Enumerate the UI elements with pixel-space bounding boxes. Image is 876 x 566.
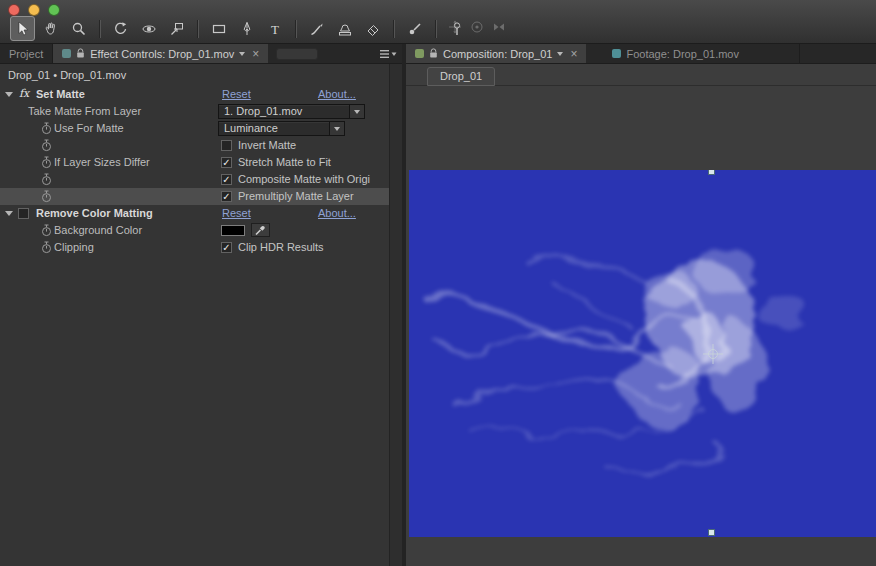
reset-link[interactable]: Reset	[222, 88, 251, 100]
chevron-down-icon	[334, 127, 340, 131]
close-window-button[interactable]	[8, 4, 20, 16]
minimize-window-button[interactable]	[28, 4, 40, 16]
checkbox-label: Stretch Matte to Fit	[238, 156, 331, 168]
param-label: Use For Matte	[54, 122, 124, 134]
eraser-tool[interactable]	[360, 16, 385, 41]
type-tool[interactable]: T	[262, 16, 287, 41]
use-for-matte-dropdown[interactable]: Luminance	[218, 121, 345, 136]
effect-header-set-matte: fx Set Matte Reset About...	[0, 86, 389, 103]
stopwatch-icon[interactable]	[41, 139, 52, 154]
twirl-down-icon[interactable]	[5, 211, 13, 216]
tab-project[interactable]: Project	[0, 44, 53, 63]
param-row-background-color: Background Color	[0, 222, 389, 239]
rotation-tool[interactable]	[108, 16, 133, 41]
dropdown-arrow-button[interactable]	[349, 105, 364, 118]
composition-canvas[interactable]	[409, 170, 876, 537]
stopwatch-icon[interactable]	[41, 173, 52, 188]
checkbox-label: Invert Matte	[238, 139, 296, 151]
panel-menu-button[interactable]	[375, 44, 402, 63]
stretch-matte-checkbox[interactable]	[221, 157, 232, 168]
viewer-tab-drop01[interactable]: Drop_01	[427, 67, 495, 86]
composition-icon	[415, 49, 424, 58]
clone-stamp-tool[interactable]	[332, 16, 357, 41]
viewer-menu-caret-icon[interactable]	[239, 52, 245, 56]
brush-icon	[309, 21, 325, 37]
dropdown-value: Luminance	[219, 122, 329, 135]
tab-effect-controls[interactable]: Effect Controls: Drop_01.mov ×	[53, 44, 268, 63]
effect-rows: fx Set Matte Reset About... Take Matte F…	[0, 86, 389, 256]
zoom-window-button[interactable]	[48, 4, 60, 16]
orbit-camera-icon	[470, 20, 484, 34]
ink-plume-image	[409, 170, 876, 537]
unified-camera-tool[interactable]	[136, 16, 161, 41]
toolbar-separator	[393, 20, 394, 38]
stopwatch-icon[interactable]	[41, 122, 52, 137]
stopwatch-icon[interactable]	[41, 190, 52, 205]
composite-matte-checkbox[interactable]	[221, 174, 232, 185]
magnifier-icon	[71, 21, 87, 37]
lock-icon	[76, 48, 85, 59]
scrollbar[interactable]	[389, 64, 402, 566]
pen-nib-icon	[239, 21, 255, 37]
left-tab-bar: Project Effect Controls: Drop_01.mov ×	[0, 44, 402, 64]
about-link[interactable]: About...	[318, 88, 356, 100]
anchor-point-icon[interactable]	[701, 342, 725, 366]
panel-icon	[62, 49, 71, 58]
pen-tool[interactable]	[234, 16, 259, 41]
stopwatch-icon[interactable]	[41, 224, 52, 239]
stopwatch-icon[interactable]	[41, 241, 52, 256]
fx-badge-icon[interactable]: fx	[19, 87, 29, 100]
param-label: Background Color	[54, 224, 142, 236]
param-label: If Layer Sizes Differ	[54, 156, 150, 168]
stopwatch-icon[interactable]	[41, 156, 52, 171]
twirl-down-icon[interactable]	[5, 92, 13, 97]
rectangle-tool[interactable]	[206, 16, 231, 41]
tab-composition[interactable]: Composition: Drop_01 ×	[406, 44, 586, 63]
right-tab-bar: Composition: Drop_01 × Footage: Drop_01.…	[406, 44, 876, 64]
viewer-tab-label: Drop_01	[440, 70, 482, 82]
about-link[interactable]: About...	[318, 207, 356, 219]
premultiply-matte-checkbox[interactable]	[221, 191, 232, 202]
tool-row: T	[10, 16, 469, 41]
close-tab-icon[interactable]: ×	[570, 48, 577, 60]
effect-enable-checkbox[interactable]	[18, 208, 29, 219]
param-label: Clipping	[54, 241, 94, 253]
effect-name[interactable]: Set Matte	[36, 88, 85, 100]
viewer-menu-caret-icon[interactable]	[557, 52, 563, 56]
tab-footage[interactable]: Footage: Drop_01.mov	[586, 44, 800, 63]
param-row-if-layer-sizes-differ: If Layer Sizes Differ Stretch Matte to F…	[0, 154, 389, 171]
close-tab-icon[interactable]: ×	[252, 48, 259, 60]
stamp-icon	[337, 21, 353, 37]
toolbar-separator	[435, 20, 436, 38]
clip-hdr-checkbox[interactable]	[221, 242, 232, 253]
background-color-swatch[interactable]	[221, 225, 245, 236]
zoom-tool[interactable]	[66, 16, 91, 41]
selection-tool[interactable]	[10, 16, 35, 41]
take-matte-from-layer-dropdown[interactable]: 1. Drop_01.mov	[218, 104, 365, 119]
param-row-take-matte-from-layer: Take Matte From Layer 1. Drop_01.mov	[0, 103, 389, 120]
effect-name[interactable]: Remove Color Matting	[36, 207, 153, 219]
roto-brush-icon	[407, 21, 423, 37]
eyedropper-button[interactable]	[251, 223, 270, 237]
type-icon: T	[267, 21, 283, 37]
selection-icon	[15, 21, 30, 37]
invert-matte-checkbox[interactable]	[221, 140, 232, 151]
viewer-tab-strip: Drop_01	[406, 64, 876, 86]
param-label: Take Matte From Layer	[28, 105, 141, 117]
panel-drag-grip[interactable]	[276, 48, 318, 60]
effect-controls-target: Drop_01 • Drop_01.mov	[0, 64, 389, 86]
brush-tool[interactable]	[304, 16, 329, 41]
chevron-down-icon	[354, 110, 360, 114]
hand-tool[interactable]	[38, 16, 63, 41]
dropdown-arrow-button[interactable]	[329, 122, 344, 135]
param-row-invert-matte: Invert Matte	[0, 137, 389, 154]
pan-behind-tool[interactable]	[164, 16, 189, 41]
roto-brush-tool[interactable]	[402, 16, 427, 41]
checkbox-label: Clip HDR Results	[238, 241, 324, 253]
disabled-camera-controls	[448, 20, 506, 34]
reset-link[interactable]: Reset	[222, 207, 251, 219]
toolbar: T	[0, 0, 876, 44]
tab-label: Footage: Drop_01.mov	[626, 48, 739, 60]
layer-handle-bottom[interactable]	[708, 529, 715, 536]
layer-handle-top[interactable]	[708, 170, 715, 175]
